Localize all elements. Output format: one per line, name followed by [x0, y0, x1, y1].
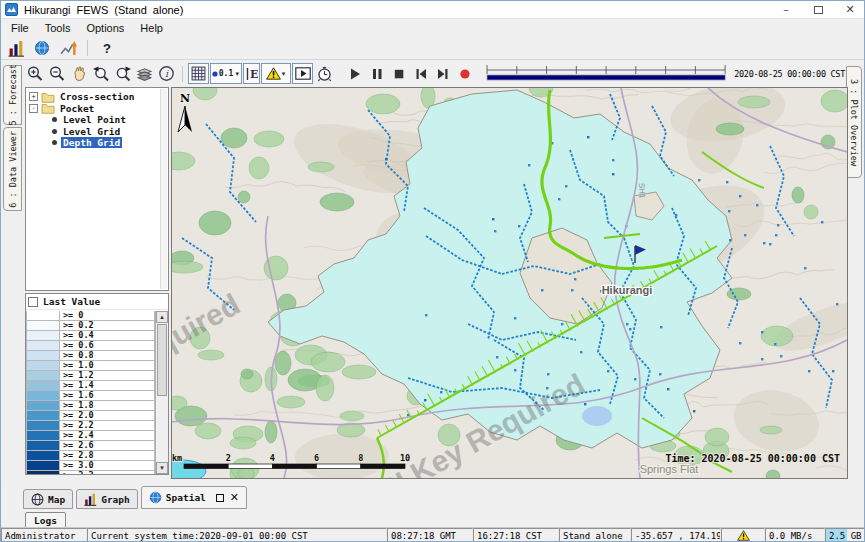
step-back-button[interactable]	[410, 63, 431, 84]
scale-tick-label: 4	[270, 453, 275, 463]
tab-spatial-label: Spatial	[166, 492, 206, 503]
timer-icon	[316, 65, 333, 82]
zoom-previous-icon	[92, 65, 110, 83]
bullet-icon	[52, 140, 57, 145]
zoom-in-button[interactable]	[24, 63, 45, 84]
legend-toggle-button[interactable]: E	[243, 63, 260, 84]
panel-close-icon[interactable]: ✕	[230, 491, 239, 504]
tree-item-cross-section[interactable]: +Cross-section	[28, 91, 168, 103]
tab-data-viewer[interactable]: 6 : Data Viewer	[3, 127, 22, 211]
contour-interval-dropdown[interactable]: 0.1 ▼	[210, 63, 242, 84]
pause-button[interactable]	[366, 63, 387, 84]
chevron-down-icon: ▼	[281, 71, 287, 77]
place-label-springs-flat: Springs Flat	[640, 463, 699, 475]
menu-options[interactable]: Options	[78, 21, 132, 35]
help-button[interactable]: ?	[96, 38, 118, 58]
step-forward-button[interactable]	[432, 63, 453, 84]
scroll-up-icon[interactable]: ▲	[156, 311, 168, 323]
tree-scrollbar[interactable]	[160, 89, 167, 289]
play-icon	[348, 67, 362, 81]
tab-plot-overview[interactable]: 3 : Plot Overview	[846, 66, 862, 178]
legend-swatch	[26, 431, 60, 441]
scrollbar-thumb[interactable]	[157, 324, 167, 396]
tree-item-label: Pocket	[58, 103, 96, 114]
toolbar-separator	[182, 66, 183, 82]
app-icon	[5, 3, 18, 16]
tab-graph-label: Graph	[101, 494, 130, 505]
tab-forecast[interactable]: 5 : Forecast	[3, 65, 22, 125]
legend-swatch	[26, 471, 60, 474]
record-button[interactable]	[454, 63, 475, 84]
legend-e-icon: E	[246, 67, 258, 81]
scale-tick-label: 8	[358, 453, 363, 463]
last-value-checkbox[interactable]	[28, 297, 38, 307]
tab-map[interactable]: Map	[23, 489, 73, 509]
place-label-hikurangi: Hikurangi	[602, 284, 653, 296]
warning-icon	[737, 530, 750, 541]
stop-icon	[392, 67, 406, 81]
collapse-icon[interactable]: -	[29, 104, 38, 113]
tree-item-depth-grid[interactable]: Depth Grid	[28, 137, 168, 149]
legend-scrollbar[interactable]: ▲ ▼	[155, 311, 168, 474]
map-canvas[interactable]: API Key Required API Key Required Hikura…	[172, 88, 847, 478]
spatial-display-button[interactable]	[57, 38, 79, 58]
menu-tools[interactable]: Tools	[37, 21, 79, 35]
minimize-button[interactable]: –	[770, 1, 802, 18]
play-button[interactable]	[344, 63, 365, 84]
tree-item-level-point[interactable]: Level Point	[28, 114, 168, 126]
map-display-button[interactable]	[31, 38, 53, 58]
zoom-next-icon	[114, 65, 132, 83]
layers-button[interactable]	[134, 63, 155, 84]
status-cell-2: 08:27:18 GMT	[387, 528, 473, 542]
pan-button[interactable]	[68, 63, 89, 84]
maximize-button[interactable]	[802, 1, 834, 18]
panel-maximize-icon[interactable]	[216, 494, 224, 502]
record-icon	[458, 67, 472, 81]
close-button[interactable]: ✕	[834, 1, 865, 18]
tab-data-viewer-label: 6 : Data Viewer	[8, 131, 18, 208]
zoom-next-button[interactable]	[112, 63, 133, 84]
scale-tick-label: 6	[314, 453, 319, 463]
tab-graph[interactable]: Graph	[76, 489, 138, 509]
menu-file[interactable]: File	[3, 21, 37, 35]
time-slider-bar[interactable]	[487, 75, 725, 80]
globe-icon	[34, 40, 50, 56]
logs-row: Logs	[25, 510, 66, 528]
layers-icon	[136, 65, 153, 82]
scale-tick-label: 10	[400, 453, 410, 463]
animation-timer-button[interactable]	[314, 63, 335, 84]
map-view[interactable]: API Key Required API Key Required Hikura…	[171, 87, 848, 479]
folder-icon	[41, 91, 55, 103]
forecast-manager-button[interactable]	[5, 38, 27, 58]
step-back-icon	[414, 67, 428, 81]
tab-spatial[interactable]: Spatial ✕	[141, 486, 247, 509]
tree-item-level-grid[interactable]: Level Grid	[28, 126, 168, 138]
globe-blue-icon	[149, 491, 162, 504]
expand-icon[interactable]: +	[29, 92, 38, 101]
legend-row: >= 3.2	[26, 471, 155, 474]
zoom-previous-button[interactable]	[90, 63, 111, 84]
grid-toggle-button[interactable]	[188, 63, 209, 84]
thresholds-dropdown[interactable]: ▼	[261, 63, 291, 84]
movie-player-button[interactable]	[292, 63, 313, 84]
menu-help[interactable]: Help	[132, 21, 171, 35]
stop-button[interactable]	[388, 63, 409, 84]
zoom-out-icon	[48, 65, 66, 83]
legend-swatch	[26, 441, 60, 451]
last-value-label: Last Value	[43, 296, 100, 307]
zoom-in-icon	[26, 65, 44, 83]
window-title: Hikurangi FEWS (Stand alone)	[24, 4, 183, 16]
time-slider[interactable]	[484, 64, 728, 84]
chevron-down-icon: ▼	[234, 71, 240, 77]
scroll-down-icon[interactable]: ▼	[156, 462, 168, 474]
legend-swatch	[26, 401, 60, 411]
zoom-out-button[interactable]	[46, 63, 67, 84]
app-window: Hikurangi FEWS (Stand alone) – ✕ FileToo…	[0, 0, 865, 542]
legend-list: >= 0>= 0.2>= 0.4>= 0.6>= 0.8>= 1.0>= 1.2…	[26, 311, 155, 474]
grid-icon	[191, 66, 206, 81]
tree-item-pocket[interactable]: -Pocket	[28, 103, 168, 115]
deep-water-patch	[582, 406, 612, 426]
info-button[interactable]: i	[156, 63, 177, 84]
tree-item-label: Depth Grid	[61, 137, 122, 148]
toolbar-separator	[87, 40, 88, 56]
